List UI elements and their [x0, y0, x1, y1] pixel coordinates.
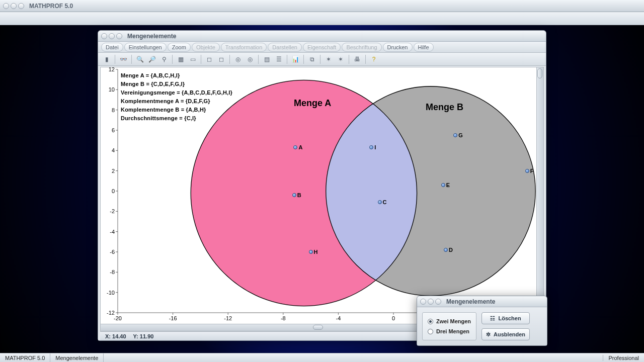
info-line: Durchschnittsmenge = {C,I} — [121, 114, 232, 123]
radio-label: Zwei Mengen — [436, 318, 471, 324]
menu-transformation: Transformation — [221, 43, 267, 52]
control-dot[interactable] — [11, 3, 17, 9]
x-tick-label: -12 — [224, 315, 232, 321]
tool-clear2-icon[interactable]: ✶ — [335, 54, 346, 64]
set-point[interactable] — [369, 145, 373, 149]
gear-icon: ✲ — [486, 331, 491, 338]
set-point[interactable] — [378, 200, 382, 204]
tool-copy-icon[interactable]: ⧉ — [306, 54, 317, 64]
app-title: MATHPROF 5.0 — [29, 3, 73, 10]
tool-help-icon[interactable]: ? — [368, 54, 379, 64]
radio-three-sets[interactable]: Drei Mengen — [428, 328, 471, 334]
window-controls[interactable] — [420, 299, 441, 305]
info-line: Komplementmenge A = {D,E,F,G} — [121, 97, 232, 106]
control-dot[interactable] — [3, 3, 9, 9]
set-point[interactable] — [453, 133, 457, 137]
y-tick-label: 2 — [103, 168, 115, 174]
control-dot[interactable] — [428, 299, 434, 305]
info-line: Vereinigungsmenge = {A,B,C,D,E,F,G,H,I} — [121, 88, 232, 97]
tool-sheet-icon[interactable]: ☰ — [273, 54, 284, 64]
set-point-label: E — [446, 182, 450, 188]
control-dot[interactable] — [109, 33, 115, 39]
x-tick-label: -16 — [169, 315, 177, 321]
control-dot[interactable] — [420, 299, 426, 305]
y-tick-label: -4 — [103, 229, 115, 235]
tool-device-icon[interactable]: ▮ — [101, 54, 112, 64]
menu-datei[interactable]: Datei — [101, 43, 123, 52]
tool-zoom-in-icon[interactable]: 🔍 — [134, 54, 145, 64]
tool-marker1-icon[interactable]: ◻ — [204, 54, 215, 64]
radio-label: Drei Mengen — [436, 328, 469, 334]
set-point[interactable] — [292, 193, 296, 197]
info-line: Komplementmenge B = {A,B,H} — [121, 106, 232, 114]
x-tick-label: -4 — [336, 315, 341, 321]
set-point-label: H — [314, 249, 318, 255]
vertical-scrollbar[interactable] — [536, 67, 543, 324]
main-window: MATHPROF 5.0 Mengenelemente Datei Einste… — [0, 0, 644, 362]
tool-clear1-icon[interactable]: ✶ — [323, 54, 334, 64]
radio-icon[interactable] — [428, 329, 433, 334]
tool-window[interactable]: Mengenelemente Zwei Mengen Drei Mengen ☷… — [417, 296, 547, 346]
set-point-label: F — [530, 168, 534, 174]
set-info-block: Menge A = {A,B,C,H,I} Menge B = {C,D,E,F… — [121, 71, 232, 123]
tool-binoculars-icon[interactable]: 👓 — [118, 54, 129, 64]
menu-beschriftung: Beschriftung — [342, 43, 381, 52]
control-dot[interactable] — [116, 33, 122, 39]
tool-chart-icon[interactable]: 📊 — [290, 54, 301, 64]
button-label: Ausblenden — [494, 331, 525, 337]
y-tick-label: 10 — [103, 86, 115, 93]
hide-button[interactable]: ✲Ausblenden — [481, 328, 530, 340]
set-point[interactable] — [293, 145, 297, 149]
y-tick-label: -12 — [103, 310, 115, 316]
menubar: Datei Einstellungen Zoom Objekte Transfo… — [98, 42, 546, 53]
control-dot[interactable] — [435, 299, 441, 305]
set-point-label: C — [383, 199, 387, 205]
tool-target2-icon[interactable]: ◎ — [245, 54, 256, 64]
control-dot[interactable] — [18, 3, 24, 9]
menu-hilfe[interactable]: Hilfe — [414, 43, 434, 52]
set-point[interactable] — [441, 183, 445, 187]
radio-two-sets[interactable]: Zwei Mengen — [428, 318, 471, 324]
x-tick-label: -20 — [114, 315, 122, 321]
tool-panel-icon[interactable]: ▭ — [187, 54, 198, 64]
set-point[interactable] — [444, 248, 448, 252]
menu-drucken[interactable]: Drucken — [383, 43, 413, 52]
tool-marker2-icon[interactable]: ◻ — [216, 54, 227, 64]
menu-objekte: Objekte — [192, 43, 220, 52]
y-tick-label: -6 — [103, 249, 115, 255]
coord-x-label: X: — [105, 333, 111, 339]
window-controls[interactable] — [3, 3, 24, 9]
scrollbar-thumb[interactable] — [313, 325, 323, 330]
iconbar: ▮ 👓 🔍 🔎 ⚲ ▦ ▭ ◻ ◻ ◎ ◎ ▤ ☰ 📊 — [98, 53, 546, 66]
y-tick-label: -2 — [103, 208, 115, 214]
y-tick-label: 0 — [103, 188, 115, 194]
tool-print-icon[interactable]: 🖶 — [352, 54, 363, 64]
control-dot[interactable] — [101, 33, 107, 39]
y-tick-label: 6 — [103, 127, 115, 133]
tool-zoom-reset-icon[interactable]: ⚲ — [158, 54, 170, 64]
clear-button[interactable]: ☷Löschen — [481, 312, 530, 324]
status-edition: Professional — [603, 355, 644, 361]
mdi-area: Mengenelemente Datei Einstellungen Zoom … — [0, 25, 644, 353]
coord-y-value: 11.90 — [140, 333, 154, 339]
menu-zoom[interactable]: Zoom — [168, 43, 191, 52]
radio-icon[interactable] — [428, 319, 433, 324]
set-point[interactable] — [309, 250, 313, 254]
set-point-label: D — [449, 247, 453, 253]
tool-grid-icon[interactable]: ▦ — [175, 54, 186, 64]
tool-table-icon[interactable]: ▤ — [261, 54, 272, 64]
tool-window-title: Mengenelemente — [446, 298, 495, 305]
window-controls[interactable] — [101, 33, 122, 39]
set-point[interactable] — [525, 169, 529, 173]
tool-window-titlebar[interactable]: Mengenelemente — [417, 296, 547, 307]
tool-target1-icon[interactable]: ◎ — [232, 54, 244, 64]
menu-einstellungen[interactable]: Einstellungen — [124, 43, 167, 52]
plot-window-titlebar[interactable]: Mengenelemente — [98, 31, 546, 42]
set-point-label: A — [298, 144, 302, 150]
plot-window[interactable]: Mengenelemente Datei Einstellungen Zoom … — [98, 30, 546, 341]
main-titlebar[interactable]: MATHPROF 5.0 — [0, 0, 644, 12]
tool-zoom-out-icon[interactable]: 🔎 — [146, 54, 157, 64]
scrollbar-thumb[interactable] — [537, 68, 542, 78]
menu-darstellen: Darstellen — [268, 43, 302, 52]
plot-canvas[interactable]: Menge A = {A,B,C,H,I} Menge B = {C,D,E,F… — [100, 67, 544, 324]
